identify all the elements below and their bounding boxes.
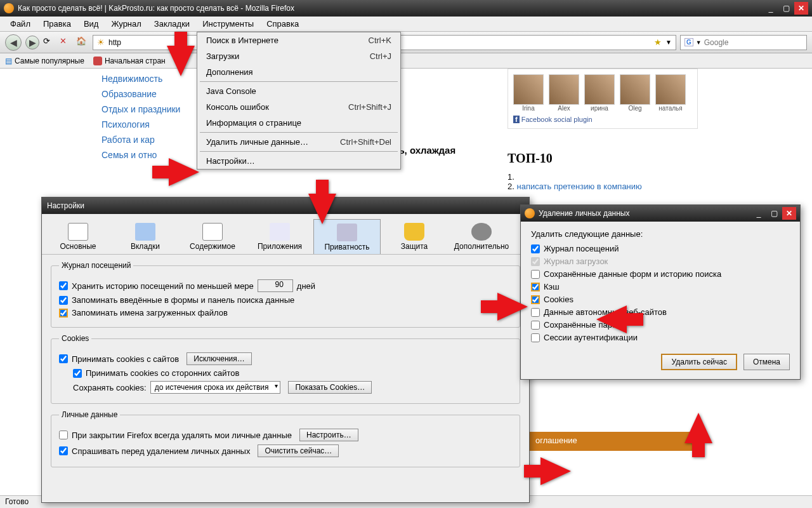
cookies-fieldset: Cookies Принимать cookies с сайтов Исклю… bbox=[51, 334, 520, 404]
site-icon: ☀ bbox=[97, 37, 105, 47]
tools-dropdown-menu: Поиск в ИнтернетеCtrl+KЗагрузкиCtrl+JДоп… bbox=[197, 32, 401, 170]
forward-button[interactable]: ▶ bbox=[25, 36, 39, 50]
avatar[interactable]: Oleg bbox=[620, 74, 650, 112]
google-icon: G bbox=[684, 38, 693, 46]
reload-button[interactable]: ⟳ bbox=[43, 36, 56, 49]
tutorial-arrow-icon bbox=[308, 194, 336, 224]
tab-icon bbox=[202, 223, 223, 241]
top10-title: ТОП-10 bbox=[508, 151, 698, 166]
fb-plugin-label: f Facebook social plugin bbox=[513, 116, 692, 123]
settings-tab[interactable]: Содержимое bbox=[179, 219, 246, 254]
tab-icon bbox=[337, 224, 357, 241]
cb-third-party-cookies[interactable] bbox=[73, 369, 82, 378]
show-cookies-button[interactable]: Показать Cookies… bbox=[288, 381, 372, 394]
menu-file[interactable]: Файл bbox=[4, 17, 37, 30]
bookmark-most-visited[interactable]: ▤Самые популярные bbox=[5, 57, 84, 65]
clear-data-checkbox bbox=[531, 257, 540, 266]
cb-accept-cookies[interactable] bbox=[59, 354, 68, 363]
menu-view[interactable]: Вид bbox=[77, 17, 105, 30]
tab-icon bbox=[404, 223, 424, 241]
menu-item[interactable]: ЗагрузкиCtrl+J bbox=[197, 48, 400, 64]
delete-now-button[interactable]: Удалить сейчас bbox=[661, 354, 737, 370]
back-button[interactable]: ◀ bbox=[5, 34, 22, 51]
menu-help[interactable]: Справка bbox=[260, 17, 305, 30]
firefox-icon bbox=[4, 3, 14, 13]
dialog-titlebar: Удаление личных данных _ ▢ ✕ bbox=[521, 205, 800, 222]
menu-edit[interactable]: Правка bbox=[37, 17, 77, 30]
cb-ask-before-clear[interactable] bbox=[59, 446, 68, 455]
clear-data-checkbox[interactable] bbox=[531, 295, 540, 304]
search-dropdown-icon[interactable]: ▼ bbox=[696, 39, 702, 46]
private-data-fieldset: Личные данные При закрытии Firefox всегд… bbox=[51, 410, 520, 467]
dialog-minimize-button[interactable]: _ bbox=[752, 207, 766, 220]
settings-tab[interactable]: Приложения bbox=[246, 219, 313, 254]
minimize-button[interactable]: _ bbox=[764, 2, 778, 15]
avatar[interactable]: ирина bbox=[584, 74, 615, 112]
settings-tab[interactable]: Вкладки bbox=[112, 219, 179, 254]
tutorial-arrow-icon bbox=[497, 293, 528, 321]
bookmarks-toolbar: ▤Самые популярные Начальная стран bbox=[0, 53, 812, 69]
top10-link[interactable]: написать претензию в компанию bbox=[516, 182, 641, 191]
stop-button[interactable]: ✕ bbox=[60, 36, 72, 49]
search-input[interactable] bbox=[704, 38, 802, 47]
cb-clear-on-close[interactable] bbox=[59, 431, 68, 439]
clear-data-checkbox[interactable] bbox=[531, 244, 540, 253]
settings-tab[interactable]: Дополнительно bbox=[448, 219, 515, 254]
tab-icon bbox=[135, 223, 155, 241]
tab-icon bbox=[68, 223, 88, 241]
dialog-maximize-button[interactable]: ▢ bbox=[767, 207, 781, 220]
search-bar[interactable]: G ▼ bbox=[680, 35, 807, 50]
maximize-button[interactable]: ▢ bbox=[779, 2, 793, 15]
history-days-input[interactable]: 90 bbox=[258, 279, 293, 292]
cancel-button[interactable]: Отмена bbox=[743, 354, 790, 370]
cb-remember-downloads[interactable] bbox=[59, 309, 68, 318]
menu-tools[interactable]: Инструменты bbox=[196, 17, 260, 30]
tab-icon bbox=[270, 223, 290, 241]
menu-item[interactable]: Консоль ошибокCtrl+Shift+J bbox=[197, 99, 400, 115]
tutorial-arrow-icon bbox=[540, 457, 571, 485]
clear-data-checkbox[interactable] bbox=[531, 308, 540, 317]
menu-item[interactable]: Java Console bbox=[197, 83, 400, 99]
close-button[interactable]: ✕ bbox=[794, 2, 808, 15]
settings-tab[interactable]: Приватность bbox=[313, 219, 381, 254]
facebook-widget: Irina Alex ирина Oleg наталья f Facebook… bbox=[508, 69, 698, 129]
clear-data-checkbox[interactable] bbox=[531, 270, 540, 279]
clear-data-checkbox[interactable] bbox=[531, 321, 540, 330]
menu-bookmarks[interactable]: Закладки bbox=[148, 17, 196, 30]
settings-tab[interactable]: Основные bbox=[44, 219, 112, 254]
window-titlebar: Как просто сделать всё! | KakProsto.ru: … bbox=[0, 0, 812, 17]
menu-item[interactable]: Удалить личные данные…Ctrl+Shift+Del bbox=[197, 134, 400, 150]
navigation-toolbar: ◀ ▶ ⟳ ✕ 🏠 ☀ ▼ G ▼ bbox=[0, 32, 812, 53]
top10-widget: ТОП-10 1. 2. написать претензию в компан… bbox=[508, 151, 698, 191]
dialog-close-button[interactable]: ✕ bbox=[782, 207, 796, 220]
tab-icon bbox=[471, 223, 492, 241]
url-dropdown-icon[interactable]: ▼ bbox=[665, 39, 672, 46]
folder-icon: ▤ bbox=[5, 57, 12, 65]
history-fieldset: Журнал посещений Хранить историю посещен… bbox=[51, 261, 520, 328]
avatar[interactable]: Alex bbox=[549, 74, 579, 112]
bookmark-icon bbox=[93, 57, 102, 65]
bookmark-start-page[interactable]: Начальная стран bbox=[93, 57, 166, 65]
menu-item[interactable]: Поиск в ИнтернетеCtrl+K bbox=[197, 32, 400, 48]
avatar[interactable]: наталья bbox=[655, 74, 686, 112]
tutorial-arrow-icon bbox=[684, 413, 712, 443]
clear-now-button[interactable]: Очистить сейчас… bbox=[258, 444, 339, 457]
avatar[interactable]: Irina bbox=[513, 74, 544, 112]
menu-item[interactable]: Настройки… bbox=[197, 153, 400, 169]
menu-item[interactable]: Информация о странице bbox=[197, 115, 400, 131]
bookmark-star-icon[interactable] bbox=[654, 37, 662, 47]
menu-history[interactable]: Журнал bbox=[105, 17, 147, 30]
home-button[interactable]: 🏠 bbox=[76, 36, 89, 49]
settings-window: Настройки ОсновныеВкладкиСодержимоеПрило… bbox=[41, 197, 530, 503]
menu-item[interactable]: Дополнения bbox=[197, 64, 400, 80]
cb-store-history[interactable] bbox=[59, 281, 68, 290]
cb-remember-forms[interactable] bbox=[59, 296, 68, 305]
configure-button[interactable]: Настроить… bbox=[299, 429, 358, 441]
settings-tab[interactable]: Защита bbox=[381, 219, 448, 254]
clear-data-checkbox[interactable] bbox=[531, 283, 540, 291]
tutorial-arrow-icon bbox=[169, 158, 199, 186]
cookie-keep-select[interactable]: до истечения срока их действия bbox=[150, 381, 281, 394]
menubar: Файл Правка Вид Журнал Закладки Инструме… bbox=[0, 17, 812, 32]
exceptions-button[interactable]: Исключения… bbox=[187, 352, 252, 365]
clear-data-checkbox[interactable] bbox=[531, 333, 540, 342]
